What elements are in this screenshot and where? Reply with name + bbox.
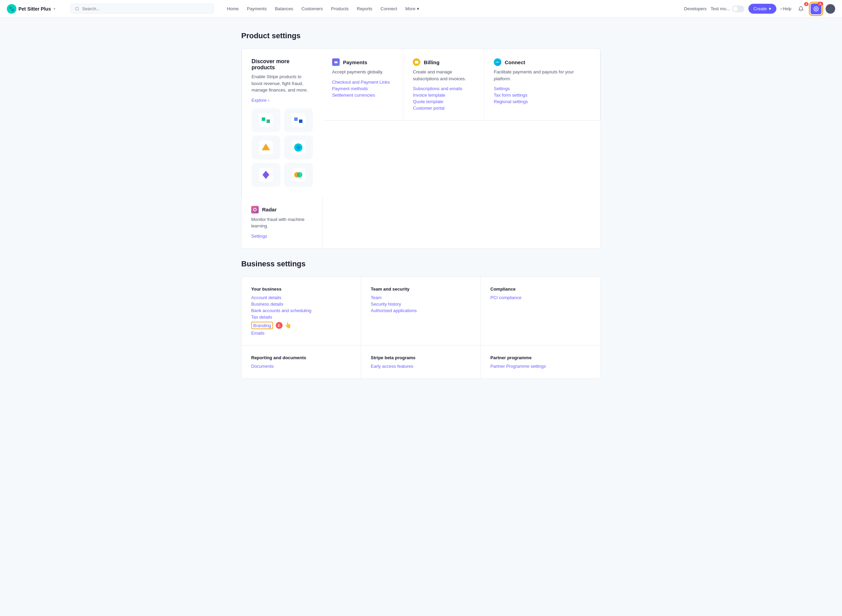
authorised-apps-link[interactable]: Authorised applications <box>371 308 471 313</box>
test-mode-label: Test mo... <box>711 6 730 11</box>
green2-product-icon <box>291 168 305 182</box>
billing-name: Billing <box>424 59 439 65</box>
nav-right: Developers Test mo... Create ▾ Help 1 1. <box>684 3 835 14</box>
partner-cell: Partner programme Partner Programme sett… <box>481 346 600 378</box>
payment-methods-link[interactable]: Payment methods <box>332 86 394 91</box>
connect-product-icon <box>495 60 500 64</box>
discover-card-4 <box>284 136 313 160</box>
settings-button[interactable]: 1. <box>811 3 821 14</box>
svg-point-3 <box>816 8 817 10</box>
discover-title: Discover more products <box>251 59 313 71</box>
svg-rect-9 <box>259 113 273 127</box>
logo-area[interactable]: 🐾 Pet Sitter Plus ▾ <box>7 4 55 14</box>
payments-name: Payments <box>343 59 367 65</box>
payments-product-icon <box>334 60 338 64</box>
checkout-payment-links-link[interactable]: Checkout and Payment Links <box>332 79 394 85</box>
tax-form-settings-link[interactable]: Tax form settings <box>494 92 591 98</box>
more-chevron-icon: ▾ <box>417 6 419 11</box>
nav-connect[interactable]: Connect <box>377 4 401 13</box>
radar-icon <box>251 206 259 213</box>
regional-settings-link[interactable]: Regional settings <box>494 99 591 104</box>
nav-more[interactable]: More ▾ <box>402 4 423 13</box>
svg-point-17 <box>296 145 300 150</box>
discover-card-2 <box>284 108 313 132</box>
nav-home[interactable]: Home <box>223 4 242 13</box>
connect-header: Connect <box>494 59 591 66</box>
business-details-link[interactable]: Business details <box>251 302 351 307</box>
billing-header: Billing <box>413 59 474 66</box>
nav-balances[interactable]: Balances <box>271 4 296 13</box>
nav-reports[interactable]: Reports <box>353 4 376 13</box>
settlement-currencies-link[interactable]: Settlement currencies <box>332 92 394 98</box>
radar-header: Radar <box>251 206 313 213</box>
notifications-button[interactable]: 1 <box>795 3 807 14</box>
connect-settings-link[interactable]: Settings <box>494 86 591 91</box>
quote-template-link[interactable]: Quote template <box>413 99 474 104</box>
app-logo: 🐾 <box>7 4 16 14</box>
user-avatar[interactable] <box>826 4 835 14</box>
account-details-link[interactable]: Account details <box>251 295 351 300</box>
radar-empty-cell <box>323 197 484 248</box>
branding-link[interactable]: Branding <box>253 323 271 328</box>
invoice-template-link[interactable]: Invoice template <box>413 92 474 98</box>
discover-desc: Enable Stripe products to boost revenue,… <box>251 73 313 94</box>
team-security-category: Team and security <box>371 286 471 292</box>
pci-compliance-link[interactable]: PCI compliance <box>490 295 591 300</box>
connect-cell: Connect Facilitate payments and payouts … <box>484 49 600 120</box>
payments-header: Payments <box>332 59 394 66</box>
cursor-pointer-icon: 👆 <box>285 322 291 329</box>
team-security-cell: Team and security Team Security history … <box>361 277 481 346</box>
create-chevron-icon: ▾ <box>769 6 771 11</box>
connect-links: Settings Tax form settings Regional sett… <box>494 86 591 104</box>
radar-cell: Radar Monitor fraud with machine learnin… <box>242 197 323 248</box>
payments-icon <box>332 59 339 66</box>
orange-product-icon <box>259 141 273 154</box>
early-access-link[interactable]: Early access features <box>371 364 471 369</box>
help-button[interactable]: Help <box>780 3 791 14</box>
search-input[interactable] <box>82 6 210 11</box>
emails-link[interactable]: Emails <box>251 330 351 336</box>
partner-programme-settings-link[interactable]: Partner Programme settings <box>490 364 591 369</box>
radar-name: Radar <box>262 207 277 213</box>
tax-details-link[interactable]: Tax details <box>251 314 351 320</box>
test-mode-toggle[interactable] <box>732 6 744 12</box>
discover-icons-grid <box>251 108 313 187</box>
security-history-link[interactable]: Security history <box>371 302 471 307</box>
main-nav: Home Payments Balances Customers Product… <box>223 4 423 13</box>
nav-products[interactable]: Products <box>328 4 352 13</box>
svg-point-6 <box>499 62 500 63</box>
svg-rect-10 <box>291 113 305 127</box>
radar-product-icon <box>253 208 257 212</box>
subscriptions-emails-link[interactable]: Subscriptions and emails <box>413 86 474 91</box>
discover-card-3 <box>251 136 281 160</box>
billing-product-icon <box>414 60 419 64</box>
svg-rect-12 <box>299 120 303 123</box>
radar-settings-link[interactable]: Settings <box>251 233 313 239</box>
payments-desc: Accept payments globally. <box>332 69 394 75</box>
nav-payments[interactable]: Payments <box>244 4 270 13</box>
test-mode-toggle-area: Test mo... <box>711 6 744 12</box>
bell-icon <box>798 6 804 12</box>
logo-chevron-icon: ▾ <box>54 7 55 10</box>
bank-accounts-link[interactable]: Bank accounts and scheduling <box>251 308 351 313</box>
your-business-links: Account details Business details Bank ac… <box>251 295 351 336</box>
developers-link[interactable]: Developers <box>684 6 707 11</box>
team-link[interactable]: Team <box>371 295 471 300</box>
discover-card-5 <box>251 163 281 187</box>
stripe-beta-category: Stripe beta programs <box>371 355 471 360</box>
connect-name: Connect <box>505 59 525 65</box>
nav-customers[interactable]: Customers <box>298 4 326 13</box>
main-content: Product settings Payments Accept payment… <box>233 18 609 403</box>
purple-product-icon <box>259 168 273 182</box>
stripe-beta-cell: Stripe beta programs Early access featur… <box>361 346 481 378</box>
branding-highlight: Branding <box>251 322 273 329</box>
payments-cell: Payments Accept payments globally. Check… <box>323 49 404 120</box>
customer-portal-link[interactable]: Customer portal <box>413 106 474 111</box>
create-button[interactable]: Create ▾ <box>748 4 776 14</box>
app-name: Pet Sitter Plus <box>18 6 51 12</box>
help-label: Help <box>783 6 791 11</box>
compliance-links: PCI compliance <box>490 295 591 300</box>
documents-link[interactable]: Documents <box>251 364 351 369</box>
explore-link[interactable]: Explore › <box>251 98 313 103</box>
search-bar[interactable] <box>71 4 214 14</box>
